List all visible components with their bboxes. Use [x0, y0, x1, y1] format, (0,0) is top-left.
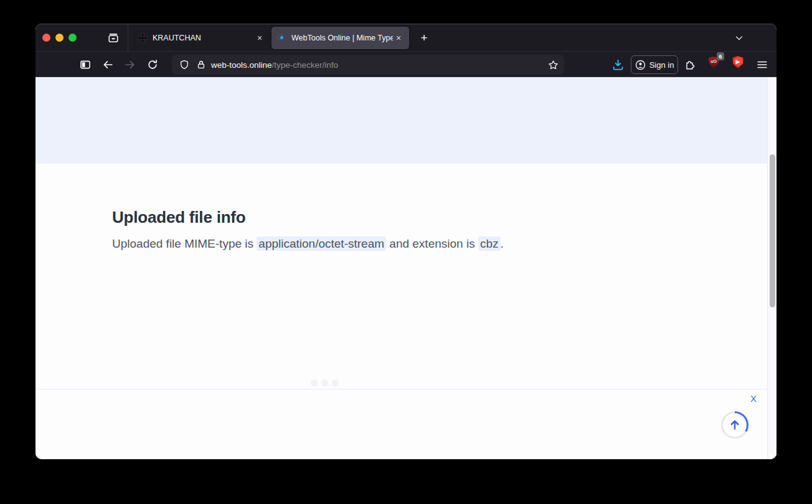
page-content: Uploaded file info Uploaded file MIME-ty…: [35, 77, 777, 459]
tab-krautchan[interactable]: KRAUTCHAN ×: [129, 27, 270, 49]
back-button[interactable]: [98, 55, 118, 75]
extensions-button[interactable]: [680, 55, 700, 75]
tab-bar: KRAUTCHAN × ⚙ WebTools Online | Mime Typ…: [35, 24, 777, 51]
forward-arrow-icon: [125, 59, 136, 70]
arrow-up-icon: [729, 419, 741, 431]
ublock-origin-button[interactable]: uO 6: [707, 56, 720, 68]
download-icon: [612, 59, 624, 71]
forward-button[interactable]: [120, 55, 140, 75]
scroll-to-top-button[interactable]: [721, 411, 748, 439]
lock-icon[interactable]: [196, 60, 206, 70]
tab-webtools-active[interactable]: ⚙ WebTools Online | Mime Type Ch ×: [271, 27, 409, 49]
new-tab-button[interactable]: +: [415, 29, 433, 47]
banner-close-button[interactable]: X: [750, 393, 757, 404]
puzzle-piece-icon: [684, 59, 696, 70]
tracking-protection-shield-icon[interactable]: [179, 60, 189, 70]
tab-title: KRAUTCHAN: [153, 34, 254, 42]
page-title: Uploaded file info: [112, 208, 246, 227]
tab-close-button[interactable]: ×: [254, 32, 265, 44]
zoom-window-button[interactable]: [68, 34, 77, 42]
list-all-tabs-button[interactable]: [730, 30, 748, 45]
scrollbar-track[interactable]: [767, 78, 777, 459]
sign-in-button[interactable]: Sign in: [631, 55, 678, 74]
sign-in-label: Sign in: [649, 60, 674, 70]
mime-type-value: application/octet-stream: [257, 236, 386, 251]
hero-band: [35, 77, 767, 164]
reload-icon: [147, 59, 158, 70]
bookmark-star-button[interactable]: [545, 57, 560, 72]
chevron-down-icon: [734, 33, 744, 43]
back-arrow-icon: [102, 59, 113, 70]
hamburger-menu-icon: [757, 59, 768, 70]
browser-window: KRAUTCHAN × ⚙ WebTools Online | Mime Typ…: [35, 24, 777, 459]
gear-favicon-icon: ⚙: [276, 33, 286, 43]
minimize-window-button[interactable]: [55, 34, 64, 42]
tab-title: WebTools Online | Mime Type Ch: [291, 34, 393, 42]
loading-dots: [311, 380, 339, 386]
navigation-toolbar: web-tools.online/type-checker/info Sign …: [35, 51, 777, 77]
play-shield-icon: ▶: [732, 56, 744, 68]
firefox-view-button[interactable]: [106, 30, 121, 45]
iron-cross-favicon-icon: [138, 33, 148, 43]
video-extension-button[interactable]: ▶: [732, 56, 744, 68]
url-bar[interactable]: web-tools.online/type-checker/info: [172, 55, 564, 75]
menu-button[interactable]: [752, 55, 772, 75]
file-info-text: Uploaded file MIME-type is application/o…: [112, 237, 504, 251]
extension-value: cbz: [478, 236, 501, 251]
downloads-button[interactable]: [608, 55, 628, 75]
firefox-view-icon: [108, 32, 119, 44]
tab-close-button[interactable]: ×: [393, 32, 404, 44]
tab-separator: [128, 24, 128, 52]
banner-divider: [35, 389, 767, 390]
account-icon: [635, 60, 646, 70]
sidebar-icon: [80, 59, 91, 70]
url-domain: web-tools.online: [211, 60, 272, 70]
scrollbar-thumb[interactable]: [770, 154, 775, 307]
ublock-badge: 6: [717, 52, 724, 60]
reload-button[interactable]: [143, 55, 163, 75]
url-text: web-tools.online/type-checker/info: [211, 60, 338, 70]
star-icon: [548, 60, 559, 70]
close-window-button[interactable]: [42, 34, 50, 42]
sidebar-toggle-button[interactable]: [75, 55, 95, 75]
url-path: /type-checker/info: [272, 60, 339, 70]
